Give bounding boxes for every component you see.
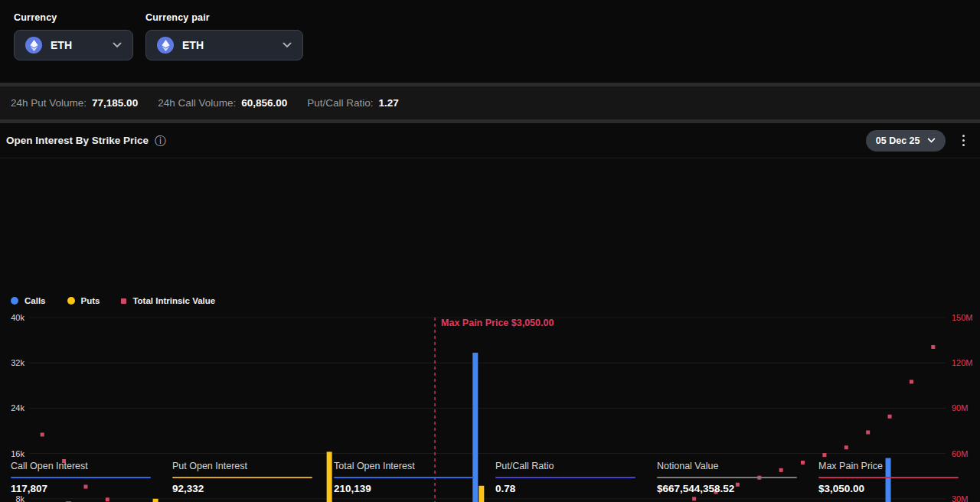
underline [11,477,151,478]
svg-text:120M: 120M [952,358,973,367]
summary-row: Call Open Interest 117,807 Put Open Inte… [0,461,980,494]
chevron-down-icon [113,42,122,48]
currency-label: Currency [14,12,133,23]
calls-marker-icon [11,297,18,305]
chart-legend: Calls Puts Total Intrinsic Value [11,296,215,305]
svg-text:8k: 8k [15,494,24,502]
call-oi-card: Call Open Interest 117,807 [11,461,162,494]
svg-text:30M: 30M [952,494,968,502]
svg-text:90M: 90M [952,403,968,412]
more-options-icon[interactable] [958,132,970,150]
svg-text:24k: 24k [11,403,24,412]
eth-icon [157,37,174,54]
currency-pair-value: ETH [182,39,204,51]
underline [495,477,635,478]
puts-marker-icon [67,297,75,305]
svg-text:40k: 40k [11,313,24,322]
svg-text:16k: 16k [11,449,24,458]
legend-item-calls[interactable]: Calls [11,296,46,305]
notional-value-card: Notional Value $667,544,358.52 [657,461,808,494]
max-pain-label: Max Pain Price $3,050.00 [441,318,554,328]
underline [657,477,797,478]
put-call-ratio-card: Put/Call Ratio 0.78 [495,461,646,494]
currency-dropdown[interactable]: ETH [14,30,133,60]
legend-item-intrinsic[interactable]: Total Intrinsic Value [121,296,215,305]
put-volume-stat: 24h Put Volume: 77,185.00 [11,97,138,109]
volume-stats-bar: 24h Put Volume: 77,185.00 24h Call Volum… [0,86,980,119]
svg-text:60M: 60M [952,449,968,458]
underline [172,477,312,478]
eth-icon [25,37,42,54]
put-oi-card: Put Open Interest 92,332 [172,461,323,494]
underline [334,477,474,478]
currency-pair-label: Currency pair [145,12,303,23]
intrinsic-marker-icon [121,298,126,304]
currency-pair-dropdown[interactable]: ETH [145,30,303,60]
call-volume-stat: 24h Call Volume: 60,856.00 [158,97,287,109]
chevron-down-icon [283,42,292,48]
total-oi-card: Total Open Interest 210,139 [334,461,485,494]
info-icon[interactable]: ⓘ [155,135,166,146]
options-dashboard: Currency ETH Currency pair ETH [0,0,980,502]
chevron-down-icon [927,138,936,143]
filter-panel: Currency ETH Currency pair ETH [0,0,980,83]
svg-text:32k: 32k [11,358,24,367]
chart-title: Open Interest By Strike Price [6,135,149,146]
expiry-date-value: 05 Dec 25 [876,135,920,146]
currency-value: ETH [51,39,72,51]
max-pain-card: Max Pain Price $3,050.00 [818,461,969,494]
legend-item-puts[interactable]: Puts [67,296,100,305]
chart-header: Open Interest By Strike Price ⓘ 05 Dec 2… [0,123,980,158]
expiry-date-selector[interactable]: 05 Dec 25 [866,130,946,152]
underline [818,477,959,478]
svg-text:150M: 150M [952,313,973,322]
put-call-ratio-stat: Put/Call Ratio: 1.27 [307,97,399,109]
open-interest-chart-panel: Open Interest By Strike Price ⓘ 05 Dec 2… [0,123,980,502]
